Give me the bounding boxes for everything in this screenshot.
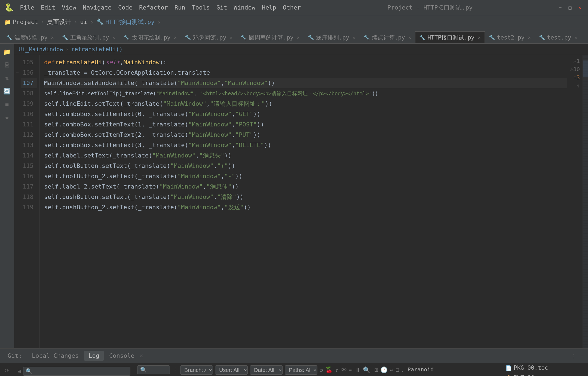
bc-file[interactable]: HTTP接口测试.py	[105, 18, 155, 26]
tab-close[interactable]: ×	[528, 35, 531, 40]
ed-bc-method[interactable]: retranslateUi()	[71, 46, 123, 53]
branch-filter[interactable]: Branch: All	[180, 365, 213, 375]
tab-yuanzhoulv[interactable]: 🔧 圆周率的计算.py ×	[237, 31, 304, 43]
tab-http[interactable]: 🔧 HTTP接口测试.py ×	[415, 31, 485, 43]
menu-help[interactable]: Help	[259, 3, 279, 12]
cherry-pick-btn[interactable]: 🍒	[325, 365, 333, 375]
up-arrow-3[interactable]: ↑3	[572, 74, 581, 81]
refresh-btn[interactable]: ↺	[320, 365, 323, 375]
user-filter[interactable]: User: All	[215, 365, 248, 375]
up-arrow[interactable]: ↑	[575, 82, 581, 89]
log-time-btn[interactable]: 🕐	[380, 365, 388, 375]
tab-close[interactable]: ×	[51, 35, 54, 40]
editor-annotations: ⚠1 ⚠30 ↑3 ↑	[567, 55, 583, 348]
log-back-btn[interactable]: ↩	[390, 365, 393, 375]
sidebar-structure[interactable]: ≡	[1, 98, 13, 110]
sidebar-pullreq[interactable]: ⇅	[1, 72, 13, 84]
file-name: PYZ-00.pyz	[514, 374, 548, 376]
menu-other[interactable]: Other	[280, 3, 304, 12]
date-filter[interactable]: Date: All	[250, 365, 283, 375]
tab-label: test2.py	[497, 34, 525, 41]
tab-jitu[interactable]: 🔧 鸡兔同笼.py ×	[181, 31, 237, 43]
git-fetch[interactable]: ⟳	[2, 365, 13, 376]
log-search-btn[interactable]: 🔍	[363, 365, 370, 375]
collapse-icon[interactable]: ⊞	[17, 368, 21, 375]
warning-count[interactable]: ⚠1	[572, 57, 581, 65]
tab-git-label[interactable]: Git:	[3, 351, 26, 361]
menu-view[interactable]: View	[59, 3, 79, 12]
file-item-pkg[interactable]: 📄 PKG-00.toc	[501, 363, 588, 373]
tab-test[interactable]: 🔧 test.py ×	[535, 31, 581, 43]
bc-ui[interactable]: ui	[80, 19, 87, 25]
line-num: 117	[21, 181, 37, 192]
bc-project[interactable]: Project	[13, 19, 38, 25]
main-layout: 📁 🗄 ⇅ 🔄 ≡ ★ Ui_MainWindow › retranslateU…	[0, 44, 588, 348]
maximize-button[interactable]: □	[566, 4, 574, 11]
tab-close[interactable]: ×	[297, 35, 300, 40]
log-toolbar-btn-1[interactable]: ⋮	[172, 365, 178, 375]
tab-close[interactable]: ×	[353, 35, 356, 40]
tab-close[interactable]: ×	[574, 35, 577, 40]
menu-run[interactable]: Run	[172, 3, 188, 12]
tab-wujiaoxing[interactable]: 🔧 五角星绘制.py ×	[58, 31, 120, 43]
menu-file[interactable]: File	[17, 3, 37, 12]
branch-search-input[interactable]	[23, 367, 130, 376]
bc-desktop[interactable]: 桌面设计	[47, 18, 71, 26]
sidebar-database[interactable]: 🗄	[1, 59, 13, 71]
log-btn-dots[interactable]: ⋯	[349, 365, 353, 375]
log-btn-3[interactable]: ↕	[335, 365, 338, 375]
tab-local-changes[interactable]: Local Changes	[27, 351, 83, 361]
tab-close[interactable]: ×	[408, 35, 411, 40]
code-content[interactable]: def retranslateUi(self, MainWindow): _tr…	[40, 55, 567, 348]
menu-code[interactable]: Code	[115, 3, 135, 12]
tab-close[interactable]: ×	[112, 35, 115, 40]
tab-console[interactable]: Console ×	[105, 351, 148, 361]
tab-xudian[interactable]: 🔧 续点计算.py ×	[360, 31, 415, 43]
menu-tools[interactable]: Tools	[189, 3, 213, 12]
tab-icon: 🔧	[185, 35, 191, 40]
tab-nixu[interactable]: 🔧 逆序排列.py ×	[304, 31, 360, 43]
show-commit-btn[interactable]: 👁	[341, 365, 347, 375]
ed-bc-class[interactable]: Ui_MainWindow	[19, 46, 63, 53]
line-num: 115	[21, 161, 37, 171]
menu-bar: File Edit View Navigate Code Refactor Ru…	[17, 3, 304, 12]
minimize-panel[interactable]: −	[579, 352, 585, 360]
minimize-button[interactable]: −	[556, 4, 564, 11]
sidebar-bookmarks[interactable]: ★	[1, 111, 13, 123]
tab-wendu[interactable]: 🔧 温度转换.py ×	[2, 31, 58, 43]
close-console[interactable]: ×	[140, 352, 143, 359]
file-item-pyz-pyz[interactable]: 📦 PYZ-00.pyz	[501, 373, 588, 376]
tab-close[interactable]: ×	[478, 35, 481, 40]
bc-file-icon: 🔧	[96, 19, 104, 25]
fold-indicator[interactable]: −	[16, 68, 19, 78]
pause-btn[interactable]: ⏸	[355, 365, 361, 375]
menu-edit[interactable]: Edit	[38, 3, 58, 12]
code-line-113: self.comboBox.setItemText(3, _translate(…	[44, 140, 567, 150]
editor-breadcrumb: Ui_MainWindow › retranslateUi()	[14, 44, 588, 55]
menu-refactor[interactable]: Refactor	[136, 3, 171, 12]
sidebar-project[interactable]: 📁	[1, 46, 13, 58]
code-line-114: self.label.setText(_translate("MainWindo…	[44, 150, 567, 161]
menu-window[interactable]: Window	[231, 3, 258, 12]
menu-navigate[interactable]: Navigate	[80, 3, 114, 12]
bottom-panel: Git: Local Changes Log Console × ⋮ − ⟳ +…	[0, 348, 588, 376]
tab-close[interactable]: ×	[174, 35, 177, 40]
menu-git[interactable]: Git	[214, 3, 230, 12]
tab-taiyang[interactable]: 🔧 太阳花绘制.py ×	[120, 31, 181, 43]
paths-filter[interactable]: Paths: All	[285, 365, 317, 375]
close-button[interactable]: ×	[576, 4, 584, 11]
log-btn-6[interactable]: ⊞	[375, 365, 378, 375]
sidebar-svnview[interactable]: 🔄	[1, 85, 13, 97]
line-num: 107	[21, 78, 37, 88]
log-search[interactable]	[137, 365, 170, 374]
tab-icon: 🔧	[62, 35, 68, 40]
file-name: PKG-00.toc	[514, 365, 548, 371]
warning-count-30[interactable]: ⚠30	[569, 65, 581, 73]
more-options[interactable]: ⋮	[569, 352, 577, 360]
tab-log[interactable]: Log	[84, 351, 104, 361]
grid-btn[interactable]: ⊟	[396, 365, 399, 375]
tab-close[interactable]: ×	[229, 35, 232, 40]
tab-test2[interactable]: 🔧 test2.py ×	[485, 31, 535, 43]
code-line-115: self.toolButton.setText(_translate("Main…	[44, 161, 567, 171]
bottom-tabs: Git: Local Changes Log Console × ⋮ −	[0, 349, 588, 363]
